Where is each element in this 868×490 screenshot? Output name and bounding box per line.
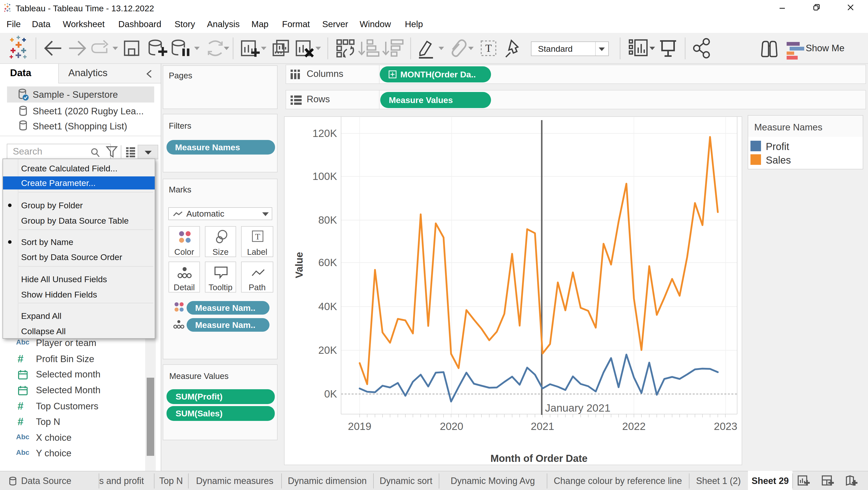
svg-text:T: T — [485, 42, 492, 54]
svg-text:T: T — [255, 232, 260, 241]
svg-text:0K: 0K — [324, 388, 337, 400]
svg-text:2023: 2023 — [714, 421, 737, 432]
svg-text:100K: 100K — [312, 170, 337, 182]
svg-text:Month of Order Date: Month of Order Date — [491, 453, 588, 464]
svg-text:40K: 40K — [318, 300, 337, 312]
svg-text:2021: 2021 — [531, 421, 554, 432]
svg-text:January 2021: January 2021 — [545, 402, 611, 414]
svg-text:80K: 80K — [318, 214, 337, 226]
svg-text:120K: 120K — [312, 127, 337, 139]
svg-text:2019: 2019 — [348, 421, 371, 432]
svg-text:2020: 2020 — [440, 421, 463, 432]
svg-text:60K: 60K — [318, 257, 337, 268]
svg-text:20K: 20K — [318, 344, 337, 356]
svg-text:2022: 2022 — [622, 421, 646, 432]
svg-text:Value: Value — [293, 252, 305, 279]
